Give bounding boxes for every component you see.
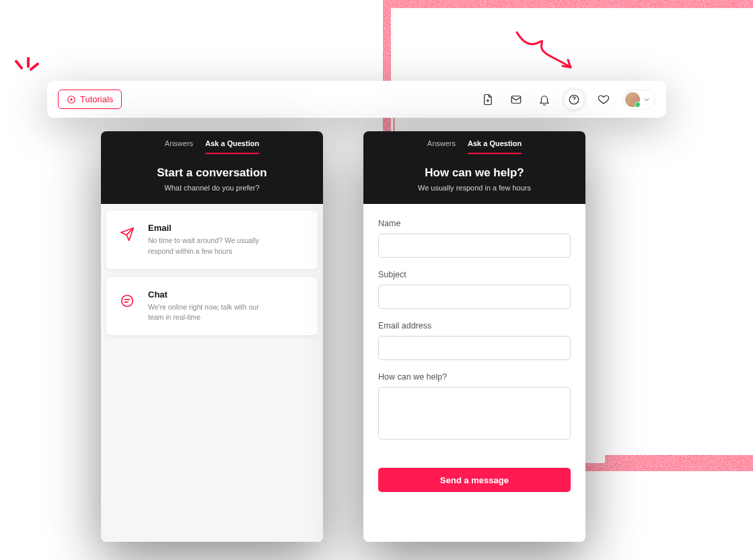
channel-desc: No time to wait around? We usually respo… <box>148 236 262 257</box>
decorative-arrow <box>511 27 579 74</box>
svg-rect-1 <box>511 96 521 103</box>
tab-ask-question[interactable]: Ask a Question <box>468 139 522 154</box>
mail-icon <box>510 94 522 106</box>
panel-header: Answers Ask a Question How can we help? … <box>363 131 585 204</box>
document-icon <box>482 94 494 106</box>
panel-header: Answers Ask a Question Start a conversat… <box>101 131 323 204</box>
tab-ask-question[interactable]: Ask a Question <box>205 139 259 154</box>
email-label: Email address <box>378 321 571 330</box>
help-textarea[interactable] <box>378 387 571 440</box>
help-label: How can we help? <box>378 372 571 382</box>
panel-title: How can we help? <box>363 166 585 180</box>
heart-icon <box>598 94 610 106</box>
channel-title: Email <box>148 223 262 233</box>
svg-point-3 <box>573 102 574 102</box>
help-form-panel: Answers Ask a Question How can we help? … <box>363 131 585 542</box>
panel-subtitle: What channel do you prefer? <box>101 184 323 192</box>
channel-desc: We're online right now, talk with our te… <box>148 302 262 324</box>
tutorials-button[interactable]: Tutorials <box>58 90 122 109</box>
send-icon <box>117 224 137 244</box>
name-input[interactable] <box>378 234 571 258</box>
play-icon <box>67 95 76 104</box>
bell-icon-button[interactable] <box>535 90 554 109</box>
decorative-sparks <box>12 57 39 84</box>
chevron-down-icon <box>643 96 651 104</box>
channel-chat[interactable]: Chat We're online right now, talk with o… <box>106 277 318 336</box>
tab-answers[interactable]: Answers <box>165 139 193 154</box>
bell-icon <box>538 94 550 106</box>
subject-input[interactable] <box>378 285 571 309</box>
help-icon <box>568 94 580 106</box>
heart-icon-button[interactable] <box>594 90 613 109</box>
top-bar: Tutorials <box>47 81 666 118</box>
send-message-button[interactable]: Send a message <box>378 468 571 492</box>
panel-body: Email No time to wait around? We usually… <box>101 204 323 542</box>
svg-point-4 <box>122 295 133 306</box>
tab-answers[interactable]: Answers <box>427 139 456 154</box>
panel-title: Start a conversation <box>101 166 323 180</box>
panel-subtitle: We usually respond in a few hours <box>363 184 585 192</box>
email-input[interactable] <box>378 336 571 360</box>
tutorials-label: Tutorials <box>80 94 113 104</box>
mail-icon-button[interactable] <box>507 90 526 109</box>
name-label: Name <box>378 219 571 228</box>
start-conversation-panel: Answers Ask a Question Start a conversat… <box>101 131 323 542</box>
subject-label: Subject <box>378 270 571 279</box>
panel-tabs: Answers Ask a Question <box>101 131 323 154</box>
topbar-icons <box>478 89 655 110</box>
document-icon-button[interactable] <box>478 90 497 109</box>
channel-title: Chat <box>148 289 262 300</box>
channel-email[interactable]: Email No time to wait around? We usually… <box>106 211 318 269</box>
avatar <box>625 92 640 107</box>
help-icon-button[interactable] <box>563 89 585 110</box>
user-menu[interactable] <box>622 90 655 110</box>
panel-body: Name Subject Email address How can we he… <box>363 204 585 542</box>
chat-icon <box>117 291 137 311</box>
panel-tabs: Answers Ask a Question <box>363 131 585 154</box>
